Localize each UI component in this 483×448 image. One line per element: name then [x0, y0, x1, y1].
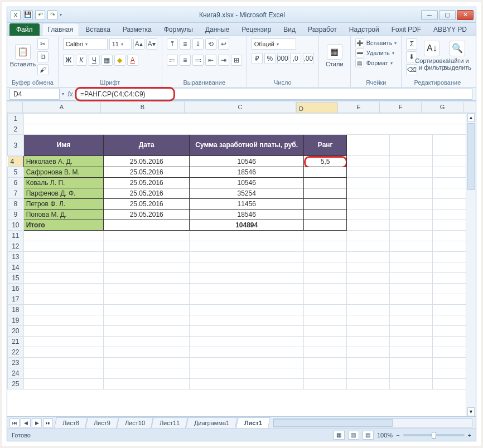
select-all-corner[interactable]: [7, 102, 23, 113]
comma-icon[interactable]: 000: [277, 53, 288, 64]
autosum-icon[interactable]: Σ: [406, 38, 417, 50]
tab-addins[interactable]: Надстрой: [343, 23, 385, 36]
cell-C10[interactable]: 104894: [190, 220, 304, 231]
cell-A6[interactable]: Коваль Л. П.: [23, 178, 104, 188]
row-header-7[interactable]: 7: [8, 188, 24, 199]
align-middle-icon[interactable]: ≡: [180, 38, 191, 50]
sheet-nav-prev-icon[interactable]: ◀: [21, 418, 31, 427]
close-button[interactable]: ✕: [457, 10, 474, 20]
cell-C8[interactable]: 11456: [190, 199, 304, 210]
indent-decrease-icon[interactable]: ⇤: [205, 55, 216, 66]
tab-foxit[interactable]: Foxit PDF: [385, 23, 427, 36]
cell-C5[interactable]: 18546: [190, 167, 304, 178]
row-header-8[interactable]: 8: [8, 199, 24, 210]
minimize-button[interactable]: ─: [421, 10, 438, 20]
italic-icon[interactable]: К: [76, 55, 87, 66]
cell-B10[interactable]: [104, 220, 190, 231]
sheet-tab-Лист1[interactable]: Лист1: [236, 417, 271, 428]
zoom-out-button[interactable]: −: [396, 432, 399, 439]
row-header-23[interactable]: 23: [8, 358, 24, 368]
row-header-13[interactable]: 13: [8, 252, 24, 262]
sheet-tab-Лист10[interactable]: Лист10: [117, 417, 153, 428]
row-header-10[interactable]: 10: [8, 220, 24, 231]
cell-D7[interactable]: [304, 188, 347, 199]
align-bottom-icon[interactable]: ⤓: [192, 38, 204, 50]
cell-C7[interactable]: 35254: [190, 188, 304, 199]
cell-C9[interactable]: 18546: [190, 210, 304, 220]
align-top-icon[interactable]: ⤒: [167, 38, 178, 50]
horizontal-scrollbar[interactable]: [273, 418, 472, 427]
row-header-3[interactable]: 3: [8, 135, 24, 156]
save-icon[interactable]: 💾: [23, 10, 33, 20]
format-cells-button[interactable]: ▤Формат▾: [355, 59, 397, 67]
sheet-tab-Диаграмма1[interactable]: Диаграмма1: [186, 417, 238, 428]
tab-formulas[interactable]: Формулы: [158, 23, 199, 36]
tab-abbyy[interactable]: ABBYY PD: [427, 23, 473, 36]
hscroll-thumb[interactable]: [273, 419, 393, 427]
row-header-22[interactable]: 22: [8, 347, 24, 358]
sort-filter-button[interactable]: A↓Сортировка и фильтр: [421, 38, 443, 73]
view-break-icon[interactable]: ▤: [363, 431, 374, 440]
cell-B4[interactable]: 25.05.2016: [104, 156, 190, 167]
col-header-B[interactable]: B: [101, 102, 185, 113]
tab-developer[interactable]: Разработ: [302, 23, 343, 36]
cell-B9[interactable]: 25.05.2016: [104, 210, 190, 220]
row-header-12[interactable]: 12: [8, 241, 24, 252]
row-header-18[interactable]: 18: [8, 305, 24, 315]
row-header-5[interactable]: 5: [8, 167, 24, 178]
tab-review[interactable]: Рецензир: [235, 23, 277, 36]
underline-icon[interactable]: Ч: [89, 55, 100, 66]
name-box[interactable]: D4: [9, 89, 60, 100]
worksheet-grid[interactable]: A B C D E F G 1 2 3 Имя Дата Сумма зараб…: [7, 102, 476, 416]
border-icon[interactable]: ▦: [102, 55, 113, 66]
percent-icon[interactable]: %: [264, 53, 276, 64]
align-center-icon[interactable]: ≡: [180, 55, 191, 66]
styles-button[interactable]: ▦Стили: [323, 38, 346, 73]
cut-icon[interactable]: ✂: [37, 38, 49, 50]
col-header-F[interactable]: F: [380, 102, 422, 113]
header-date[interactable]: Дата: [104, 135, 190, 156]
orientation-icon[interactable]: ⟲: [205, 38, 216, 50]
cell-A4[interactable]: Николаев А. Д.: [23, 156, 104, 167]
zoom-slider[interactable]: [403, 434, 465, 436]
align-right-icon[interactable]: ≕: [192, 55, 204, 66]
row-header-9[interactable]: 9: [8, 210, 24, 220]
cell-A7[interactable]: Парфенов Д. Ф.: [23, 188, 104, 199]
header-name[interactable]: Имя: [23, 135, 104, 156]
cell-A9[interactable]: Попова М. Д.: [23, 210, 104, 220]
sheet-tab-Лист8[interactable]: Лист8: [54, 417, 88, 428]
format-painter-icon[interactable]: 🖌: [37, 64, 49, 75]
row-header-17[interactable]: 17: [8, 294, 24, 305]
cell-D9[interactable]: [304, 210, 347, 220]
maximize-button[interactable]: ▢: [439, 10, 456, 20]
row-header-1[interactable]: 1: [8, 114, 24, 124]
tab-layout[interactable]: Разметка: [117, 23, 158, 36]
tab-insert[interactable]: Вставка: [79, 23, 117, 36]
file-tab[interactable]: Файл: [9, 23, 40, 36]
find-select-button[interactable]: 🔍Найти и выделить: [446, 38, 468, 73]
wrap-text-icon[interactable]: ↩: [218, 38, 229, 50]
col-header-E[interactable]: E: [338, 102, 380, 113]
redo-icon[interactable]: ↷: [47, 10, 57, 20]
delete-cells-button[interactable]: ➖Удалить▾: [355, 48, 397, 57]
zoom-knob[interactable]: [432, 432, 436, 439]
zoom-in-button[interactable]: +: [468, 432, 471, 439]
grow-font-icon[interactable]: A▴: [133, 38, 144, 50]
decrease-decimal-icon[interactable]: ,00: [303, 53, 314, 64]
scroll-down-icon[interactable]: ▼: [467, 407, 475, 416]
col-header-G[interactable]: G: [422, 102, 463, 113]
copy-icon[interactable]: ⧉: [37, 51, 49, 62]
merge-icon[interactable]: ⊞: [231, 55, 242, 66]
cells-table[interactable]: 1 2 3 Имя Дата Сумма заработной платы, р…: [7, 113, 476, 389]
sheet-tab-Лист9[interactable]: Лист9: [85, 417, 119, 428]
tab-data[interactable]: Данные: [199, 23, 235, 36]
cell-A8[interactable]: Петров Ф. Л.: [23, 199, 104, 210]
cell-D5[interactable]: [304, 167, 347, 178]
font-size-select[interactable]: 11▾: [109, 38, 132, 50]
sheet-tab-Лист11[interactable]: Лист11: [151, 417, 188, 428]
cell-C4[interactable]: 10546: [190, 156, 304, 167]
row-header-16[interactable]: 16: [8, 284, 24, 294]
row-header-11[interactable]: 11: [8, 231, 24, 241]
row-header-19[interactable]: 19: [8, 315, 24, 326]
view-layout-icon[interactable]: ▥: [348, 431, 359, 440]
